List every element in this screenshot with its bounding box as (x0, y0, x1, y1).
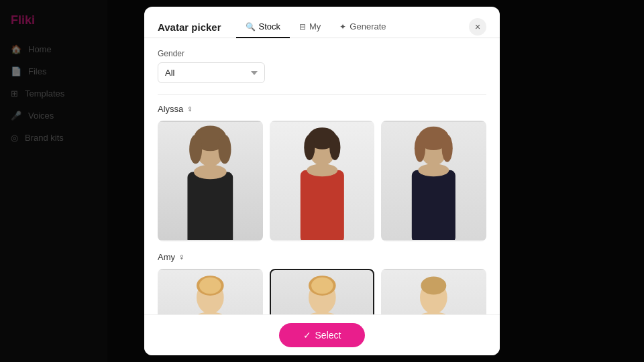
avatar-figure-alyssa-3 (382, 122, 485, 240)
gender-filter-section: Gender All Female Male (158, 49, 486, 83)
svg-point-20 (195, 312, 225, 314)
female-icon-amy: ♀ (178, 252, 185, 262)
svg-point-14 (419, 164, 449, 176)
divider (158, 94, 486, 95)
gender-select[interactable]: All Female Male (158, 62, 265, 83)
modal-overlay: Avatar picker 🔍 Stock ⊟ My ✦ Generate × (0, 0, 644, 362)
avatar-card-amy-1[interactable] (158, 269, 263, 314)
tab-my[interactable]: ⊟ My (290, 16, 330, 38)
avatar-figure-alyssa-1 (159, 122, 262, 240)
modal-title: Avatar picker (158, 21, 221, 33)
alyssa-group-title: Alyssa ♀ (158, 104, 486, 114)
svg-point-8 (307, 164, 337, 176)
avatar-picker-modal: Avatar picker 🔍 Stock ⊟ My ✦ Generate × (144, 7, 500, 355)
svg-point-11 (329, 135, 340, 160)
gender-label: Gender (158, 49, 486, 58)
svg-point-34 (419, 312, 449, 314)
alyssa-avatar-grid (158, 121, 486, 241)
svg-point-10 (304, 135, 315, 160)
amy-group-title: Amy ♀ (158, 252, 486, 262)
avatar-figure-amy-1 (159, 270, 262, 314)
avatar-figure-amy-3 (382, 270, 485, 314)
my-icon: ⊟ (299, 22, 306, 32)
select-button[interactable]: ✓ Select (279, 323, 366, 347)
svg-point-4 (189, 135, 202, 164)
svg-point-16 (415, 135, 425, 162)
modal-footer: ✓ Select (144, 314, 500, 355)
svg-point-28 (311, 278, 333, 294)
avatar-card-alyssa-3[interactable] (381, 121, 486, 241)
svg-point-23 (199, 278, 221, 294)
svg-point-2 (194, 165, 227, 180)
amy-avatar-grid: Amy (158, 269, 486, 314)
stock-icon: 🔍 (246, 22, 256, 32)
checkmark-icon: ✓ (303, 330, 311, 341)
tab-generate[interactable]: ✦ Generate (330, 16, 395, 38)
avatar-group-alyssa: Alyssa ♀ (158, 104, 486, 241)
avatar-group-amy: Amy ♀ (158, 252, 486, 314)
svg-point-5 (219, 135, 231, 164)
avatar-figure-amy-2 (271, 270, 374, 314)
modal-close-button[interactable]: × (469, 18, 486, 36)
tab-stock[interactable]: 🔍 Stock (236, 16, 290, 38)
avatar-card-alyssa-2[interactable] (270, 121, 375, 241)
svg-point-17 (442, 135, 453, 162)
avatar-card-amy-2[interactable]: Amy (270, 269, 375, 314)
female-icon: ♀ (186, 104, 193, 114)
avatar-figure-alyssa-2 (271, 122, 374, 240)
modal-tabs: 🔍 Stock ⊟ My ✦ Generate (236, 16, 466, 38)
svg-point-35 (421, 277, 447, 295)
avatar-card-alyssa-1[interactable] (158, 121, 263, 241)
svg-point-26 (307, 312, 337, 314)
svg-rect-13 (412, 170, 455, 240)
avatar-card-amy-3[interactable] (381, 269, 486, 314)
modal-header: Avatar picker 🔍 Stock ⊟ My ✦ Generate × (144, 7, 500, 38)
generate-icon: ✦ (339, 22, 346, 32)
modal-body: Gender All Female Male Alyssa ♀ (144, 38, 500, 314)
svg-rect-1 (187, 172, 233, 241)
svg-rect-7 (300, 170, 343, 240)
